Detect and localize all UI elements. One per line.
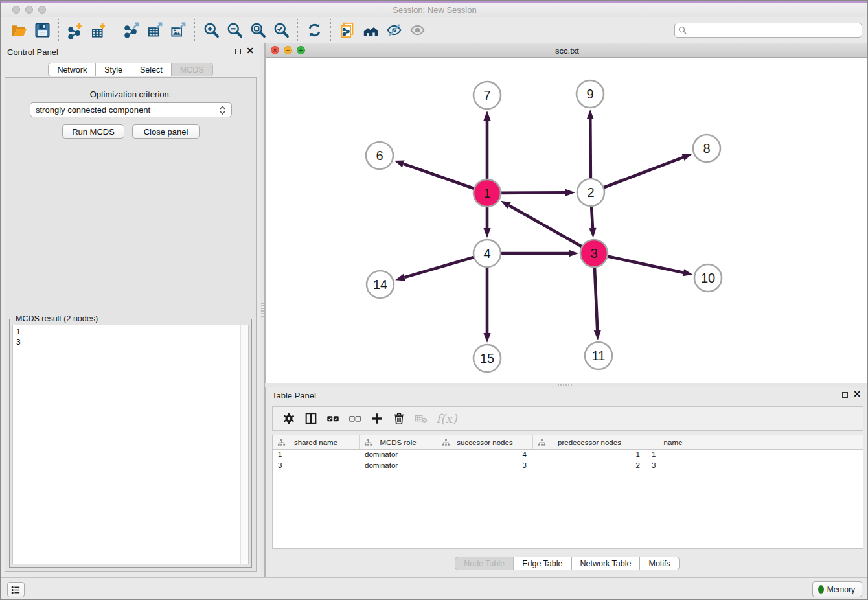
- table-cell[interactable]: 3: [437, 461, 533, 472]
- zoom-selected-button[interactable]: [269, 18, 293, 41]
- node-4[interactable]: 4: [474, 240, 501, 267]
- hide-selected-button[interactable]: [382, 18, 405, 41]
- open-session-button[interactable]: [7, 18, 30, 41]
- table-cell[interactable]: 1: [646, 450, 700, 461]
- mcds-result-textarea[interactable]: 13: [12, 325, 249, 564]
- column-header-name[interactable]: name: [646, 435, 700, 449]
- export-network-icon: [123, 21, 141, 39]
- network-view-window: × − + scc.txt 7968124314101511: [265, 43, 868, 383]
- result-scrollbar[interactable]: [240, 325, 248, 564]
- clear-table-button[interactable]: [410, 409, 432, 428]
- node-8[interactable]: 8: [693, 135, 720, 162]
- edge-3-10[interactable]: [606, 256, 693, 276]
- node-11[interactable]: 11: [585, 342, 612, 369]
- export-table-button[interactable]: [143, 18, 166, 41]
- node-7[interactable]: 7: [474, 82, 501, 109]
- save-session-button[interactable]: [30, 18, 54, 41]
- float-panel-icon[interactable]: [842, 392, 848, 398]
- column-header-predecessor-nodes[interactable]: predecessor nodes: [533, 435, 646, 449]
- splitter-grip[interactable]: [261, 303, 264, 317]
- node-1[interactable]: 1: [474, 179, 501, 207]
- edge-1-7[interactable]: [483, 111, 490, 181]
- table-cell[interactable]: 2: [533, 461, 646, 472]
- show-all-button[interactable]: [405, 18, 429, 41]
- edge-4-15[interactable]: [483, 266, 490, 343]
- column-label: name: [664, 439, 683, 446]
- status-log-button[interactable]: [7, 582, 25, 597]
- table-cell[interactable]: 1: [273, 450, 360, 461]
- optimization-criterion-select[interactable]: strongly connected component: [30, 102, 232, 117]
- toggle-table-panel-button[interactable]: [300, 409, 322, 428]
- node-6[interactable]: 6: [366, 142, 393, 169]
- svg-text:9: 9: [586, 87, 593, 101]
- tab-style[interactable]: Style: [96, 63, 131, 76]
- zoom-fit-button[interactable]: [246, 18, 269, 41]
- tab-node-table[interactable]: Node Table: [455, 557, 514, 570]
- tab-edge-table[interactable]: Edge Table: [514, 557, 571, 570]
- float-panel-icon[interactable]: [235, 49, 241, 54]
- edge-2-8[interactable]: [602, 154, 692, 189]
- svg-text:2: 2: [587, 185, 594, 200]
- first-neighbors-button[interactable]: [359, 18, 382, 41]
- edge-1-6[interactable]: [394, 161, 475, 189]
- node-9[interactable]: 9: [577, 80, 604, 108]
- duplicate-network-button[interactable]: [336, 18, 359, 41]
- table-row[interactable]: 3dominator323: [273, 461, 863, 472]
- window-title: Session: New Session: [1, 5, 868, 15]
- network-canvas[interactable]: 7968124314101511: [266, 58, 868, 383]
- edge-3-11[interactable]: [594, 266, 601, 340]
- zoom-in-button[interactable]: [200, 18, 223, 41]
- node-14[interactable]: 14: [367, 271, 394, 298]
- edge-2-9[interactable]: [587, 110, 594, 180]
- import-table-button[interactable]: [87, 18, 110, 41]
- zoom-out-button[interactable]: [223, 18, 246, 41]
- table-cell[interactable]: 3: [646, 461, 700, 472]
- add-column-button[interactable]: [366, 409, 388, 428]
- node-15[interactable]: 15: [474, 345, 501, 372]
- edge-1-4[interactable]: [483, 205, 490, 238]
- memory-button[interactable]: Memory: [812, 581, 862, 597]
- table-cell[interactable]: 1: [533, 450, 646, 461]
- close-panel-icon[interactable]: ✕: [853, 389, 861, 399]
- close-panel-button[interactable]: Close panel: [132, 124, 200, 139]
- table-cell[interactable]: dominator: [360, 461, 437, 472]
- apply-layout-button[interactable]: [303, 18, 326, 41]
- node-10[interactable]: 10: [694, 264, 722, 292]
- tab-network-table[interactable]: Network Table: [572, 557, 641, 570]
- export-network-button[interactable]: [120, 18, 143, 41]
- run-mcds-button[interactable]: Run MCDS: [62, 124, 124, 139]
- edge-4-14[interactable]: [395, 257, 475, 281]
- edge-2-3[interactable]: [589, 205, 596, 238]
- tab-select[interactable]: Select: [131, 63, 172, 76]
- table-cell[interactable]: dominator: [360, 450, 437, 461]
- edge-4-3[interactable]: [499, 249, 578, 257]
- tab-motifs[interactable]: Motifs: [640, 557, 679, 570]
- trash-icon: [392, 411, 406, 426]
- table-cell[interactable]: 3: [273, 461, 360, 472]
- node-2[interactable]: 2: [577, 179, 604, 206]
- column-header-MCDS-role[interactable]: MCDS role: [360, 435, 437, 449]
- table-row[interactable]: 1dominator411: [273, 450, 863, 461]
- apply-function-button[interactable]: f(x): [432, 411, 461, 426]
- edge-3-1[interactable]: [501, 201, 584, 248]
- tab-network[interactable]: Network: [48, 63, 96, 76]
- close-panel-icon[interactable]: ✕: [246, 45, 254, 56]
- delete-column-button[interactable]: [388, 409, 410, 428]
- export-image-button[interactable]: [166, 18, 190, 41]
- deselect-all-button[interactable]: [344, 409, 366, 428]
- import-network-button[interactable]: [63, 18, 87, 41]
- tab-mcds[interactable]: MCDS: [172, 63, 213, 76]
- column-header-shared-name[interactable]: shared name: [273, 435, 360, 449]
- select-all-button[interactable]: [322, 409, 344, 428]
- vertical-splitter[interactable]: [260, 43, 265, 577]
- table-settings-button[interactable]: [278, 409, 300, 428]
- checked-boxes-icon: [326, 411, 340, 426]
- column-header-successor-nodes[interactable]: successor nodes: [437, 435, 533, 449]
- zoom-in-icon: [203, 21, 220, 39]
- network-graph[interactable]: 7968124314101511: [266, 58, 868, 383]
- table-cell[interactable]: 4: [437, 450, 533, 461]
- edge-1-2[interactable]: [499, 189, 575, 196]
- node-3[interactable]: 3: [580, 240, 608, 267]
- search-input[interactable]: [674, 23, 862, 38]
- splitter-grip[interactable]: [558, 384, 572, 386]
